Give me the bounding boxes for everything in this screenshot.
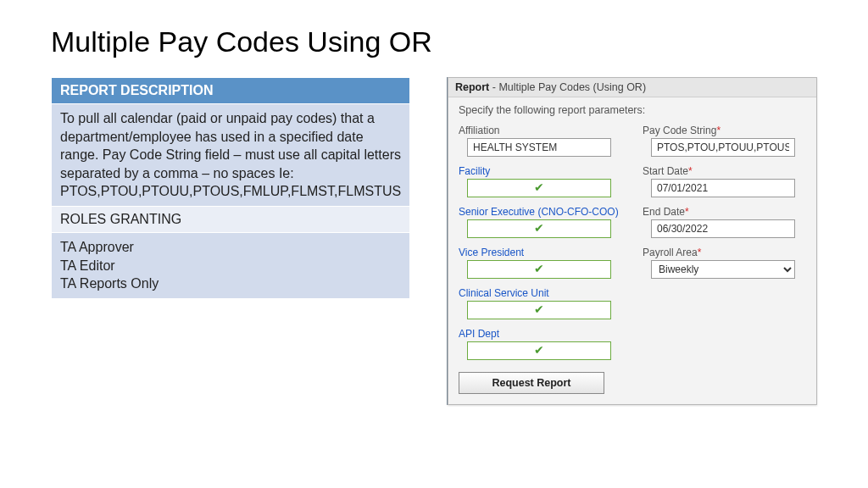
field-paycode: Pay Code String* [643,125,806,157]
roles-body: TA Approver TA Editor TA Reports Only [52,232,410,298]
startdate-input[interactable] [651,179,795,197]
desc-header: REPORT DESCRIPTION [52,78,410,104]
report-panel: Report - Multiple Pay Codes (Using OR) S… [448,77,817,405]
request-report-button[interactable]: Request Report [459,372,604,394]
field-senior: Senior Executive (CNO-CFO-COO) ✔ [459,206,622,238]
check-icon: ✔ [534,221,544,235]
field-vp: Vice President ✔ [459,247,622,279]
api-picker[interactable]: ✔ [467,341,611,360]
panel-header: Report - Multiple Pay Codes (Using OR) [448,78,816,97]
desc-body: To pull all calendar (paid or unpaid pay… [52,104,410,207]
field-enddate: End Date* [643,206,806,238]
vp-picker[interactable]: ✔ [467,260,611,279]
senior-picker[interactable]: ✔ [467,219,611,238]
page-title: Multiple Pay Codes Using OR [51,25,817,58]
paycode-input[interactable] [651,138,795,157]
field-startdate: Start Date* [643,165,806,197]
enddate-input[interactable] [651,219,795,238]
info-table: REPORT DESCRIPTION To pull all calendar … [51,77,407,299]
payroll-select[interactable]: Biweekly [651,260,795,279]
check-icon: ✔ [534,343,544,357]
field-facility: Facility ✔ [459,165,622,197]
check-icon: ✔ [534,180,544,194]
csu-picker[interactable]: ✔ [467,301,611,319]
field-affiliation: Affiliation [459,125,622,157]
check-icon: ✔ [534,262,544,275]
facility-picker[interactable]: ✔ [467,179,611,197]
roles-header: ROLES GRANTING [52,206,410,232]
check-icon: ✔ [534,302,544,316]
field-csu: Clinical Service Unit ✔ [459,287,622,319]
field-payroll: Payroll Area* Biweekly [643,247,806,279]
panel-instruction: Specify the following report parameters: [459,104,806,116]
affiliation-input[interactable] [467,138,611,157]
field-api: API Dept ✔ [459,328,622,360]
